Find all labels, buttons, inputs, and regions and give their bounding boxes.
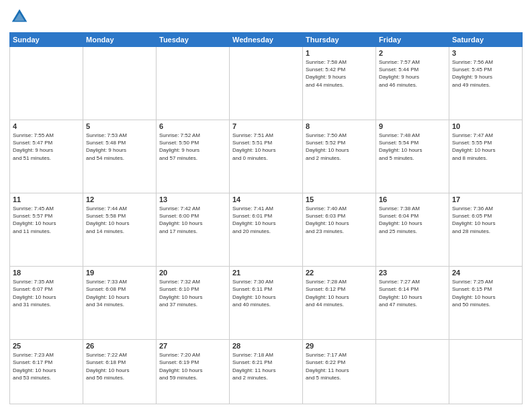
calendar-cell: 9Sunrise: 7:48 AM Sunset: 5:54 PM Daylig… <box>376 120 449 193</box>
logo-icon <box>9 7 30 27</box>
day-info: Sunrise: 7:22 AM Sunset: 6:18 PM Dayligh… <box>86 351 153 381</box>
calendar-cell: 7Sunrise: 7:51 AM Sunset: 5:51 PM Daylig… <box>230 120 303 193</box>
day-number: 20 <box>159 269 226 277</box>
day-info: Sunrise: 7:51 AM Sunset: 5:51 PM Dayligh… <box>232 132 300 162</box>
day-number: 19 <box>86 269 153 277</box>
day-info: Sunrise: 7:27 AM Sunset: 6:14 PM Dayligh… <box>379 278 446 308</box>
header <box>9 7 523 27</box>
calendar-cell: 27Sunrise: 7:20 AM Sunset: 6:19 PM Dayli… <box>157 340 230 404</box>
calendar-cell: 8Sunrise: 7:50 AM Sunset: 5:52 PM Daylig… <box>303 120 376 193</box>
day-number: 5 <box>86 122 153 130</box>
calendar-cell: 1Sunrise: 7:58 AM Sunset: 5:42 PM Daylig… <box>303 47 376 120</box>
day-number: 18 <box>13 269 80 277</box>
day-number: 23 <box>379 269 446 277</box>
calendar-cell: 21Sunrise: 7:30 AM Sunset: 6:11 PM Dayli… <box>230 267 303 340</box>
day-info: Sunrise: 7:50 AM Sunset: 5:52 PM Dayligh… <box>306 132 373 162</box>
calendar-cell <box>83 47 157 120</box>
calendar-cell <box>449 340 523 404</box>
calendar-week-row: 1Sunrise: 7:58 AM Sunset: 5:42 PM Daylig… <box>10 47 523 120</box>
calendar-header-friday: Friday <box>376 33 449 47</box>
calendar-week-row: 11Sunrise: 7:45 AM Sunset: 5:57 PM Dayli… <box>10 193 523 267</box>
day-info: Sunrise: 7:58 AM Sunset: 5:42 PM Dayligh… <box>306 58 373 89</box>
calendar-cell: 17Sunrise: 7:36 AM Sunset: 6:05 PM Dayli… <box>449 193 523 267</box>
calendar-week-row: 18Sunrise: 7:35 AM Sunset: 6:07 PM Dayli… <box>10 267 523 340</box>
calendar-cell: 29Sunrise: 7:17 AM Sunset: 6:22 PM Dayli… <box>303 340 376 404</box>
calendar-header-wednesday: Wednesday <box>230 33 303 47</box>
day-info: Sunrise: 7:25 AM Sunset: 6:15 PM Dayligh… <box>452 278 519 308</box>
page: SundayMondayTuesdayWednesdayThursdayFrid… <box>0 0 532 411</box>
calendar-cell: 15Sunrise: 7:40 AM Sunset: 6:03 PM Dayli… <box>303 193 376 267</box>
day-info: Sunrise: 7:47 AM Sunset: 5:55 PM Dayligh… <box>452 132 519 162</box>
day-info: Sunrise: 7:17 AM Sunset: 6:22 PM Dayligh… <box>306 351 373 381</box>
day-number: 7 <box>232 122 300 130</box>
calendar-header-sunday: Sunday <box>10 33 83 47</box>
calendar-week-row: 4Sunrise: 7:55 AM Sunset: 5:47 PM Daylig… <box>10 120 523 193</box>
calendar-cell: 11Sunrise: 7:45 AM Sunset: 5:57 PM Dayli… <box>10 193 83 267</box>
day-info: Sunrise: 7:36 AM Sunset: 6:05 PM Dayligh… <box>452 205 519 235</box>
day-info: Sunrise: 7:20 AM Sunset: 6:19 PM Dayligh… <box>159 351 226 381</box>
day-info: Sunrise: 7:53 AM Sunset: 5:48 PM Dayligh… <box>86 132 153 162</box>
day-number: 4 <box>13 122 80 130</box>
day-info: Sunrise: 7:52 AM Sunset: 5:50 PM Dayligh… <box>159 132 226 162</box>
day-info: Sunrise: 7:30 AM Sunset: 6:11 PM Dayligh… <box>232 278 300 308</box>
day-number: 3 <box>452 49 519 57</box>
day-number: 21 <box>232 269 300 277</box>
day-number: 15 <box>306 195 373 203</box>
calendar-header-tuesday: Tuesday <box>157 33 230 47</box>
day-info: Sunrise: 7:28 AM Sunset: 6:12 PM Dayligh… <box>306 278 373 308</box>
calendar-header-row: SundayMondayTuesdayWednesdayThursdayFrid… <box>10 33 523 47</box>
calendar-cell: 3Sunrise: 7:56 AM Sunset: 5:45 PM Daylig… <box>449 47 523 120</box>
calendar-cell: 14Sunrise: 7:41 AM Sunset: 6:01 PM Dayli… <box>230 193 303 267</box>
day-info: Sunrise: 7:57 AM Sunset: 5:44 PM Dayligh… <box>379 58 446 89</box>
day-number: 24 <box>452 269 519 277</box>
calendar-table: SundayMondayTuesdayWednesdayThursdayFrid… <box>9 32 523 404</box>
calendar-header-thursday: Thursday <box>303 33 376 47</box>
calendar-cell: 4Sunrise: 7:55 AM Sunset: 5:47 PM Daylig… <box>10 120 83 193</box>
day-number: 11 <box>13 195 80 203</box>
calendar-week-row: 25Sunrise: 7:23 AM Sunset: 6:17 PM Dayli… <box>10 340 523 404</box>
day-number: 16 <box>379 195 446 203</box>
calendar-cell: 20Sunrise: 7:32 AM Sunset: 6:10 PM Dayli… <box>157 267 230 340</box>
day-info: Sunrise: 7:18 AM Sunset: 6:21 PM Dayligh… <box>232 351 300 381</box>
day-number: 17 <box>452 195 519 203</box>
calendar-cell: 28Sunrise: 7:18 AM Sunset: 6:21 PM Dayli… <box>230 340 303 404</box>
day-info: Sunrise: 7:33 AM Sunset: 6:08 PM Dayligh… <box>86 278 153 308</box>
day-number: 6 <box>159 122 226 130</box>
calendar-cell: 25Sunrise: 7:23 AM Sunset: 6:17 PM Dayli… <box>10 340 83 404</box>
calendar-cell <box>230 47 303 120</box>
day-info: Sunrise: 7:45 AM Sunset: 5:57 PM Dayligh… <box>13 205 80 235</box>
calendar-cell: 6Sunrise: 7:52 AM Sunset: 5:50 PM Daylig… <box>157 120 230 193</box>
calendar-cell <box>376 340 449 404</box>
calendar-cell <box>10 47 83 120</box>
calendar-cell: 5Sunrise: 7:53 AM Sunset: 5:48 PM Daylig… <box>83 120 157 193</box>
day-info: Sunrise: 7:35 AM Sunset: 6:07 PM Dayligh… <box>13 278 80 308</box>
day-number: 27 <box>159 342 226 350</box>
calendar-cell: 23Sunrise: 7:27 AM Sunset: 6:14 PM Dayli… <box>376 267 449 340</box>
calendar-cell: 22Sunrise: 7:28 AM Sunset: 6:12 PM Dayli… <box>303 267 376 340</box>
day-number: 2 <box>379 49 446 57</box>
day-number: 26 <box>86 342 153 350</box>
day-number: 9 <box>379 122 446 130</box>
day-number: 22 <box>306 269 373 277</box>
calendar-header-monday: Monday <box>83 33 157 47</box>
day-info: Sunrise: 7:23 AM Sunset: 6:17 PM Dayligh… <box>13 351 80 381</box>
day-info: Sunrise: 7:41 AM Sunset: 6:01 PM Dayligh… <box>232 205 300 235</box>
calendar-cell: 13Sunrise: 7:42 AM Sunset: 6:00 PM Dayli… <box>157 193 230 267</box>
calendar-cell: 12Sunrise: 7:44 AM Sunset: 5:58 PM Dayli… <box>83 193 157 267</box>
day-info: Sunrise: 7:48 AM Sunset: 5:54 PM Dayligh… <box>379 132 446 162</box>
day-number: 13 <box>159 195 226 203</box>
day-number: 8 <box>306 122 373 130</box>
day-info: Sunrise: 7:40 AM Sunset: 6:03 PM Dayligh… <box>306 205 373 235</box>
calendar-cell <box>157 47 230 120</box>
day-info: Sunrise: 7:44 AM Sunset: 5:58 PM Dayligh… <box>86 205 153 235</box>
day-number: 1 <box>306 49 373 57</box>
calendar-cell: 26Sunrise: 7:22 AM Sunset: 6:18 PM Dayli… <box>83 340 157 404</box>
logo <box>9 7 32 27</box>
day-info: Sunrise: 7:42 AM Sunset: 6:00 PM Dayligh… <box>159 205 226 235</box>
day-info: Sunrise: 7:32 AM Sunset: 6:10 PM Dayligh… <box>159 278 226 308</box>
calendar-cell: 2Sunrise: 7:57 AM Sunset: 5:44 PM Daylig… <box>376 47 449 120</box>
calendar-cell: 18Sunrise: 7:35 AM Sunset: 6:07 PM Dayli… <box>10 267 83 340</box>
calendar-cell: 19Sunrise: 7:33 AM Sunset: 6:08 PM Dayli… <box>83 267 157 340</box>
day-number: 28 <box>232 342 300 350</box>
day-number: 10 <box>452 122 519 130</box>
